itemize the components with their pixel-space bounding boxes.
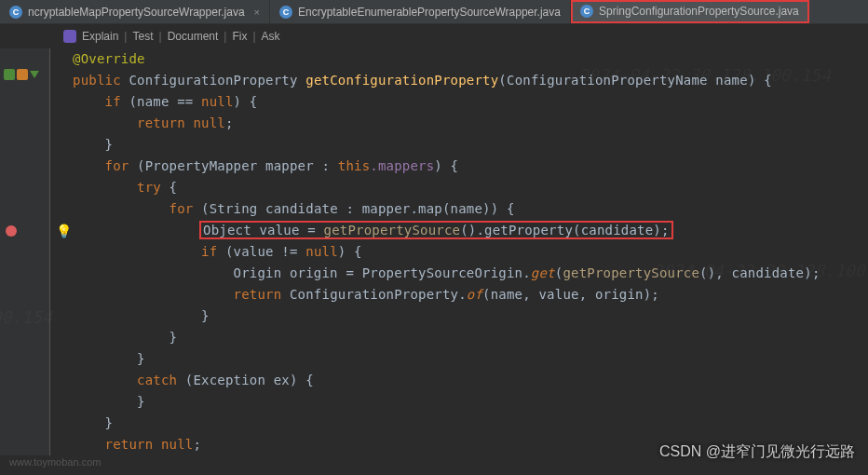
watermark-attribution: CSDN @进窄门见微光行远路 bbox=[659, 442, 855, 462]
java-class-icon: C bbox=[9, 6, 22, 19]
tab-file-2[interactable]: C EncryptableEnumerablePropertySourceWra… bbox=[270, 0, 571, 23]
watermark-url: www.toymoban.com bbox=[9, 456, 101, 468]
gutter bbox=[0, 48, 50, 455]
override-icon[interactable] bbox=[4, 69, 15, 80]
implements-icon[interactable] bbox=[17, 69, 28, 80]
tab-file-1[interactable]: C ncryptableMapPropertySourceWrapper.jav… bbox=[0, 0, 270, 23]
tab-label: ncryptableMapPropertySourceWrapper.java bbox=[28, 6, 245, 19]
vcs-markers bbox=[4, 69, 39, 80]
tab-label: SpringConfigurationPropertySource.java bbox=[599, 5, 799, 18]
action-fix[interactable]: Fix bbox=[232, 30, 247, 43]
editor[interactable]: 💡 @Override public ConfigurationProperty… bbox=[0, 48, 868, 455]
tab-file-3[interactable]: C SpringConfigurationPropertySource.java bbox=[571, 0, 809, 23]
code-content[interactable]: @Override public ConfigurationProperty g… bbox=[50, 48, 868, 455]
action-explain[interactable]: Explain bbox=[82, 30, 118, 43]
tab-bar: C ncryptableMapPropertySourceWrapper.jav… bbox=[0, 0, 868, 24]
highlight-box: Object value = getPropertySource().getPr… bbox=[201, 223, 671, 238]
annotation: @Override bbox=[73, 51, 145, 66]
close-icon[interactable]: × bbox=[254, 7, 260, 18]
action-test[interactable]: Test bbox=[132, 30, 153, 43]
java-class-icon: C bbox=[580, 5, 593, 18]
action-document[interactable]: Document bbox=[168, 30, 219, 43]
ai-action-bar: Explain | Test | Document | Fix | Ask bbox=[0, 24, 868, 48]
goto-sub-icon[interactable] bbox=[30, 71, 39, 78]
breakpoint-icon[interactable] bbox=[6, 225, 17, 237]
java-class-icon: C bbox=[279, 6, 292, 19]
ai-icon bbox=[63, 30, 76, 43]
tab-label: EncryptableEnumerablePropertySourceWrapp… bbox=[298, 6, 561, 19]
action-ask[interactable]: Ask bbox=[262, 30, 280, 43]
